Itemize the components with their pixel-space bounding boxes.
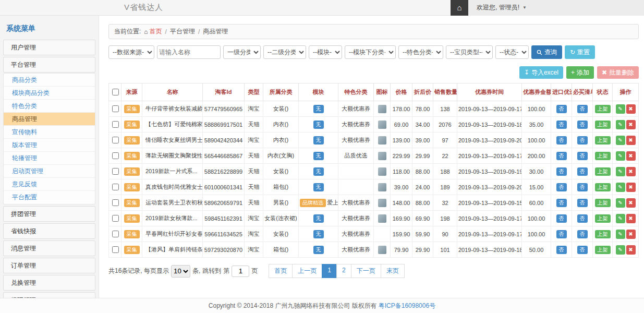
sidebar-item-carousel-management[interactable]: 轮播管理	[4, 152, 95, 165]
edit-button[interactable]: ✎	[616, 120, 625, 129]
status-badge[interactable]: 上架	[595, 199, 611, 207]
filter-select-status[interactable]: --状态--	[495, 45, 529, 59]
edit-button[interactable]: ✎	[616, 230, 625, 239]
must-buy-toggle[interactable]: 否	[577, 246, 588, 254]
sidebar-group-order-management[interactable]: 订单管理	[3, 258, 95, 273]
import-select-toggle[interactable]: 否	[556, 136, 567, 145]
delete-button[interactable]: ✖	[626, 198, 636, 208]
icp-link[interactable]: 粤ICP备16098006号	[379, 302, 435, 310]
page-button-page-2[interactable]: 2	[336, 264, 351, 278]
status-badge[interactable]: 上架	[595, 152, 611, 160]
must-buy-toggle[interactable]: 否	[577, 183, 588, 191]
page-button-first[interactable]: 首页	[269, 264, 293, 278]
sidebar-item-version-management[interactable]: 版本管理	[4, 139, 95, 152]
sidebar-item-module-product-category[interactable]: 模块商品分类	[4, 87, 95, 100]
import-select-toggle[interactable]: 否	[556, 105, 567, 113]
row-checkbox[interactable]	[112, 246, 119, 253]
sidebar-item-promo-material[interactable]: 宣传物料	[4, 126, 95, 139]
row-checkbox[interactable]	[112, 199, 119, 206]
must-buy-toggle[interactable]: 否	[577, 105, 588, 113]
edit-button[interactable]: ✎	[616, 214, 625, 223]
sidebar-item-product-management[interactable]: 商品管理	[4, 113, 95, 126]
delete-button[interactable]: ✖	[626, 230, 636, 239]
delete-button[interactable]: ✖	[626, 136, 636, 145]
edit-button[interactable]: ✎	[616, 183, 625, 192]
page-button-prev[interactable]: 上一页	[292, 264, 322, 278]
home-button[interactable]: ⌂	[451, 0, 468, 16]
sidebar-group-exchange-management[interactable]: 兑换管理	[3, 275, 95, 291]
must-buy-toggle[interactable]: 否	[577, 167, 588, 176]
sidebar-item-splash-page-management[interactable]: 启动页管理	[4, 165, 95, 178]
status-badge[interactable]: 上架	[595, 214, 611, 223]
sidebar-item-feedback[interactable]: 意见反馈	[4, 178, 95, 191]
add-button[interactable]: + 添加	[566, 66, 594, 79]
sidebar-group-withdraw-management[interactable]: 提现管理	[3, 292, 95, 298]
reset-button[interactable]: ↻ 重置	[565, 45, 595, 59]
edit-button[interactable]: ✎	[616, 167, 625, 176]
delete-button[interactable]: ✖	[626, 245, 636, 255]
sidebar-item-product-category[interactable]: 商品分类	[4, 74, 95, 87]
filter-select-data-source[interactable]: --数据来源--	[108, 45, 154, 59]
status-badge[interactable]: 上架	[595, 183, 611, 191]
delete-button[interactable]: ✖	[626, 183, 636, 192]
breadcrumb-item-product[interactable]: 商品管理	[203, 27, 228, 36]
must-buy-toggle[interactable]: 否	[577, 214, 588, 223]
search-input[interactable]	[157, 45, 221, 59]
breadcrumb-item-platform[interactable]: 平台管理	[170, 27, 195, 36]
status-badge[interactable]: 上架	[595, 121, 611, 129]
sidebar-group-message-management[interactable]: 消息管理	[3, 240, 95, 256]
import-select-toggle[interactable]: 否	[556, 230, 567, 238]
batch-delete-button[interactable]: ✖ 批量删除	[597, 66, 639, 79]
row-checkbox[interactable]	[112, 168, 119, 175]
row-checkbox[interactable]	[112, 215, 119, 222]
import-select-toggle[interactable]: 否	[556, 214, 567, 223]
query-button[interactable]: 查询	[531, 45, 562, 59]
status-badge[interactable]: 上架	[595, 246, 611, 254]
status-badge[interactable]: 上架	[595, 230, 611, 238]
row-checkbox[interactable]	[112, 137, 119, 143]
delete-button[interactable]: ✖	[626, 167, 636, 176]
filter-select-level2-category[interactable]: --二级分类--	[263, 45, 306, 59]
sidebar-item-platform-config[interactable]: 平台配置	[4, 191, 95, 204]
delete-button[interactable]: ✖	[626, 120, 636, 129]
import-select-toggle[interactable]: 否	[556, 199, 567, 207]
must-buy-toggle[interactable]: 否	[577, 121, 588, 129]
edit-button[interactable]: ✎	[616, 104, 625, 114]
import-select-toggle[interactable]: 否	[556, 183, 567, 191]
row-checkbox[interactable]	[112, 184, 119, 190]
delete-button[interactable]: ✖	[626, 214, 636, 223]
user-menu[interactable]: 欢迎您, 管理员! ▼	[468, 0, 644, 16]
import-select-toggle[interactable]: 否	[556, 121, 567, 129]
edit-button[interactable]: ✎	[616, 198, 625, 208]
breadcrumb-home[interactable]: ⌂ 首页	[144, 27, 162, 36]
jump-page-input[interactable]	[232, 266, 249, 277]
page-button-last[interactable]: 末页	[381, 264, 405, 278]
delete-button[interactable]: ✖	[626, 104, 636, 114]
filter-select-item-type[interactable]: --宝贝类型--	[446, 45, 493, 59]
sidebar-group-platform-management[interactable]: 平台管理	[3, 57, 95, 73]
import-excel-button[interactable]: ↧ 导入excel	[519, 66, 563, 79]
page-button-next[interactable]: 下一页	[351, 264, 381, 278]
page-button-page-1[interactable]: 1	[322, 264, 337, 278]
filter-select-feature-category[interactable]: --特色分类--	[398, 45, 443, 59]
status-badge[interactable]: 上架	[595, 167, 611, 176]
must-buy-toggle[interactable]: 否	[577, 230, 588, 238]
sidebar-group-saving-news[interactable]: 省钱快报	[3, 223, 95, 239]
sidebar-group-group-buy-management[interactable]: 拼团管理	[3, 206, 95, 222]
delete-button[interactable]: ✖	[626, 151, 636, 161]
row-checkbox[interactable]	[112, 231, 119, 237]
import-select-toggle[interactable]: 否	[556, 246, 567, 254]
select-all-checkbox[interactable]	[112, 89, 119, 95]
must-buy-toggle[interactable]: 否	[577, 152, 588, 160]
must-buy-toggle[interactable]: 否	[577, 199, 588, 207]
page-size-select[interactable]: 10	[171, 265, 190, 278]
sidebar-item-feature-category[interactable]: 特色分类	[4, 100, 95, 113]
status-badge[interactable]: 上架	[595, 105, 611, 113]
row-checkbox[interactable]	[112, 152, 119, 159]
import-select-toggle[interactable]: 否	[556, 152, 567, 160]
edit-button[interactable]: ✎	[616, 245, 625, 255]
filter-select-module-subcategory[interactable]: --模块下分类--	[345, 45, 396, 59]
row-checkbox[interactable]	[112, 105, 119, 112]
filter-select-module[interactable]: --模块--	[309, 45, 342, 59]
sidebar-group-user-management[interactable]: 用户管理	[3, 40, 95, 55]
